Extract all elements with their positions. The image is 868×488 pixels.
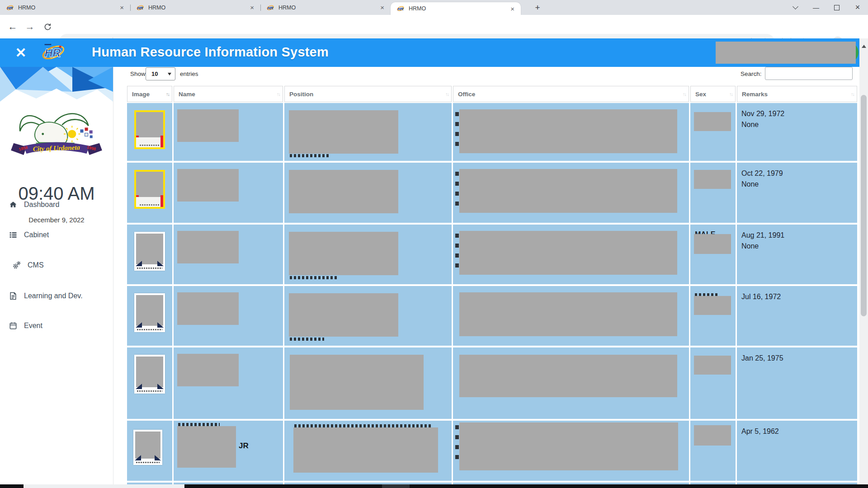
redaction-box — [459, 422, 678, 470]
sidebar-item-cms[interactable]: CMS — [0, 258, 113, 273]
sidebar-item-cabinet[interactable]: Cabinet — [0, 227, 113, 243]
redaction-box — [289, 232, 398, 275]
tab-search-chevron-icon[interactable] — [785, 0, 806, 15]
cell-sex — [690, 286, 736, 346]
table-row: Nov 29, 1972None — [127, 103, 857, 161]
home-icon — [8, 200, 18, 210]
sidebar-item-label: CMS — [28, 261, 44, 269]
employee-photo — [134, 110, 165, 149]
redaction-box — [289, 170, 398, 213]
window-close-button[interactable]: × — [847, 0, 868, 15]
sidebar: City of Urdaneta 1858 1998 09:40 AM Dece… — [0, 67, 113, 484]
redaction-box — [459, 292, 677, 336]
sort-arrows-icon[interactable]: ↑↓ — [445, 91, 448, 97]
employee-photo — [133, 430, 162, 465]
redaction-box — [177, 231, 239, 263]
redaction-box — [177, 109, 239, 142]
header-redaction-box — [716, 42, 856, 64]
sort-arrows-icon[interactable]: ↑↓ — [166, 91, 169, 97]
cell-image — [127, 347, 172, 419]
redaction-box — [694, 425, 731, 446]
sort-arrows-icon[interactable]: ↑↓ — [729, 91, 732, 97]
browser-tab[interactable]: HRHRMO× — [0, 0, 130, 15]
sidebar-item-learning-and-dev[interactable]: Learning and Dev. — [0, 288, 113, 304]
list-icon — [8, 230, 18, 240]
cell-sex — [690, 163, 736, 223]
svg-text:HR: HR — [45, 47, 61, 59]
cell-office — [453, 421, 689, 481]
cell-office — [453, 225, 689, 284]
employee-photo — [134, 355, 165, 394]
column-header-name[interactable]: Name↑↓ — [174, 86, 283, 102]
partial-text-sliver — [290, 276, 337, 279]
chevron-down-icon — [168, 73, 171, 77]
redaction-box — [290, 355, 424, 410]
svg-text:HR: HR — [398, 7, 404, 11]
browser-tab[interactable]: HRHRMO× — [130, 0, 260, 15]
city-of-urdaneta-seal: City of Urdaneta 1858 1998 — [11, 107, 102, 159]
new-tab-button[interactable]: + — [532, 2, 543, 14]
cell-office — [453, 347, 689, 419]
column-header-office[interactable]: Office↑↓ — [453, 86, 689, 102]
redaction-box — [694, 112, 731, 131]
reload-icon[interactable] — [42, 21, 53, 32]
redaction-box — [293, 427, 438, 473]
sort-arrows-icon[interactable]: ↑↓ — [277, 91, 280, 97]
column-header-position[interactable]: Position↑↓ — [284, 86, 452, 102]
page-scrollbar[interactable] — [859, 38, 868, 488]
hrmo-favicon-icon: HR — [6, 4, 14, 11]
browser-tab[interactable]: HRHRMO× — [391, 2, 521, 15]
back-button[interactable]: ← — [7, 21, 18, 32]
cell-name — [174, 225, 283, 284]
table-row: Jan 25, 1975 — [127, 347, 857, 419]
tab-separator — [130, 5, 131, 11]
taskbar-sliver — [184, 484, 382, 488]
search-label: Search: — [741, 70, 762, 77]
svg-text:HR: HR — [7, 5, 13, 10]
app-close-button[interactable]: ✕ — [13, 44, 29, 61]
search-input[interactable] — [765, 67, 853, 80]
show-label: Show — [130, 70, 146, 77]
scrollbar-thumb[interactable] — [861, 95, 867, 316]
column-header-sex[interactable]: Sex↑↓ — [690, 86, 736, 102]
redaction-box — [459, 355, 677, 397]
employee-photo — [134, 293, 165, 332]
partial-text-sliver — [455, 112, 459, 147]
sort-arrows-icon[interactable]: ↑↓ — [851, 91, 854, 97]
minimize-button[interactable]: — — [806, 0, 826, 15]
sidebar-item-label: Cabinet — [24, 231, 49, 239]
page-title: Human Resource Information System — [92, 45, 329, 60]
page-length-select[interactable]: 10 — [146, 67, 175, 80]
tab-close-icon[interactable]: × — [120, 4, 124, 11]
tab-close-icon[interactable]: × — [380, 4, 384, 11]
maximize-button[interactable] — [826, 0, 847, 15]
scroll-up-icon[interactable] — [862, 42, 866, 48]
employee-photo — [134, 232, 165, 271]
cell-remarks: Aug 21, 1991None — [737, 225, 857, 284]
partial-text-sliver — [455, 234, 459, 268]
cell-image — [127, 163, 172, 223]
column-header-image[interactable]: Image↑↓ — [127, 86, 172, 102]
cell-position — [284, 225, 452, 284]
sort-arrows-icon[interactable]: ↑↓ — [683, 91, 686, 97]
cell-image — [127, 103, 172, 161]
sidebar-item-dashboard[interactable]: Dashboard — [0, 197, 113, 212]
remarks-text: Jul 16, 1972 — [741, 291, 781, 302]
tab-close-icon[interactable]: × — [250, 4, 254, 11]
tab-close-icon[interactable]: × — [510, 5, 514, 13]
redaction-box — [177, 292, 239, 325]
triangle-banner-image — [0, 67, 113, 102]
column-header-remarks[interactable]: Remarks↑↓ — [737, 86, 857, 102]
redaction-box — [459, 169, 677, 213]
cell-office — [453, 286, 689, 346]
cell-remarks: Jul 16, 1972 — [737, 286, 857, 346]
cell-office — [453, 103, 689, 161]
cell-sex: MALE — [690, 225, 736, 284]
seal-text: City of Urdaneta — [33, 144, 80, 153]
sidebar-item-event[interactable]: Event — [0, 318, 113, 333]
table-row: MALEAug 21, 1991None — [127, 225, 857, 284]
page-length-value: 10 — [151, 70, 168, 77]
browser-tab[interactable]: HRHRMO× — [260, 0, 391, 15]
redaction-box — [459, 231, 677, 275]
forward-button[interactable]: → — [24, 21, 35, 32]
